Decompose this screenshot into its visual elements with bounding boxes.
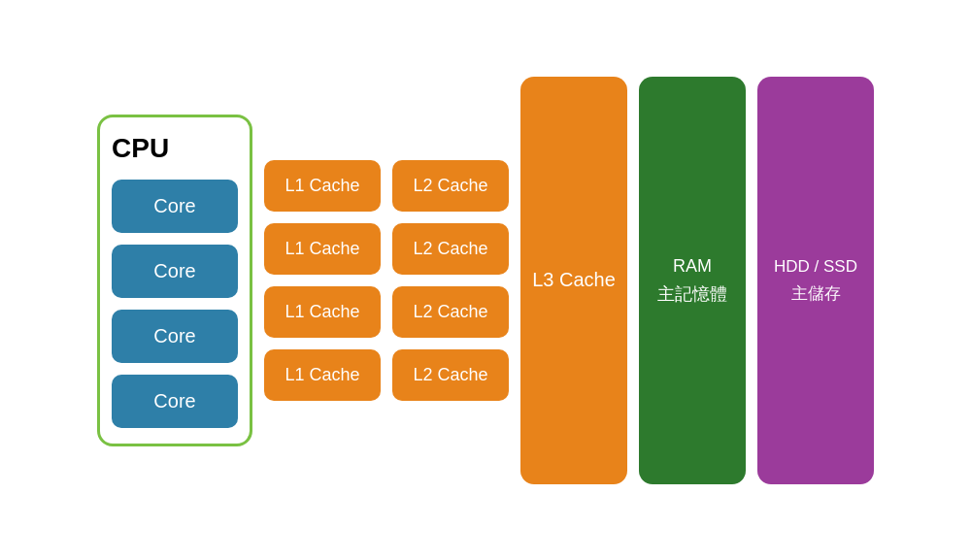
l2-cache-1: L2 Cache [392,160,509,212]
core-1: Core [112,180,238,233]
hdd-sublabel: 主儲存 [791,280,841,307]
ram-block: RAM 主記憶體 [639,77,746,484]
l2-cache-column: L2 Cache L2 Cache L2 Cache L2 Cache [392,160,509,401]
l1-cache-2: L1 Cache [264,223,381,275]
l2-cache-3: L2 Cache [392,286,509,338]
l1-cache-1: L1 Cache [264,160,381,212]
cpu-title: CPU [112,133,238,164]
hdd-block: HDD / SSD 主儲存 [757,77,874,484]
l1-cache-3: L1 Cache [264,286,381,338]
core-2: Core [112,245,238,298]
core-3: Core [112,310,238,363]
hdd-label: HDD / SSD [774,253,857,280]
l2-cache-4: L2 Cache [392,349,509,401]
core-4: Core [112,375,238,428]
cpu-box: CPU Core Core Core Core [97,115,252,446]
ram-sublabel: 主記憶體 [657,280,727,309]
diagram: CPU Core Core Core Core L1 Cache L1 Cach… [78,57,893,504]
l3-cache-block: L3 Cache [520,77,627,484]
l1-cache-column: L1 Cache L1 Cache L1 Cache L1 Cache [264,160,381,401]
l1-cache-4: L1 Cache [264,349,381,401]
tall-blocks-group: L3 Cache RAM 主記憶體 HDD / SSD 主儲存 [520,77,874,484]
l2-cache-2: L2 Cache [392,223,509,275]
ram-label: RAM [673,252,712,280]
